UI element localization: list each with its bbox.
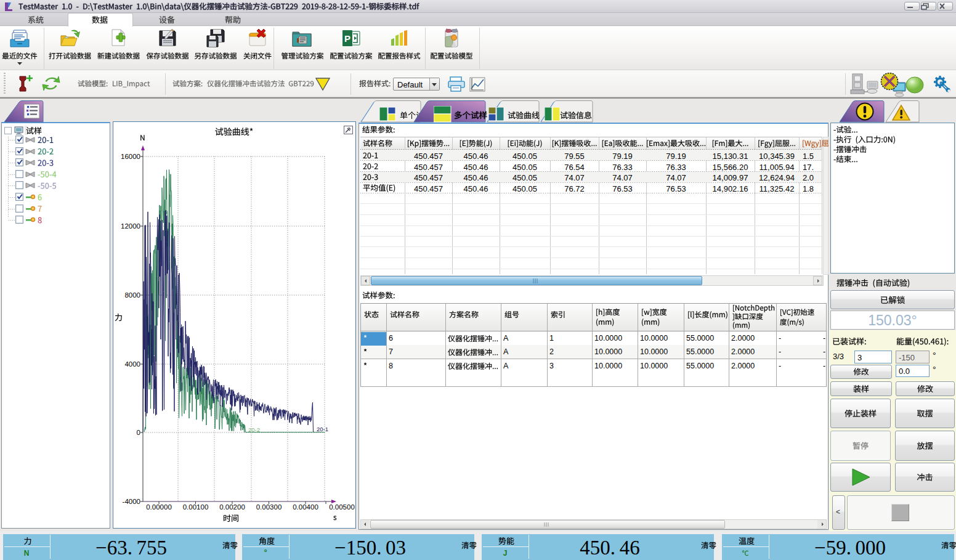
svg-text:0.00400: 0.00400	[293, 503, 318, 511]
svg-text:0.00200: 0.00200	[219, 503, 245, 511]
svg-text:P: P	[344, 33, 350, 44]
svg-text:0.00300: 0.00300	[256, 503, 282, 511]
svg-text:0: 0	[137, 429, 140, 436]
svg-text:8000: 8000	[124, 291, 140, 299]
svg-text:-4000: -4000	[123, 498, 140, 505]
svg-text:0.00500: 0.00500	[329, 503, 355, 511]
svg-text:0.00100: 0.00100	[183, 503, 209, 511]
svg-text:20-2: 20-2	[248, 426, 260, 433]
svg-text:20-1: 20-1	[317, 426, 328, 432]
svg-text:0.00000: 0.00000	[146, 503, 172, 511]
svg-text:16000: 16000	[121, 153, 140, 160]
svg-text:4000: 4000	[124, 360, 140, 368]
svg-text:12000: 12000	[121, 222, 140, 230]
